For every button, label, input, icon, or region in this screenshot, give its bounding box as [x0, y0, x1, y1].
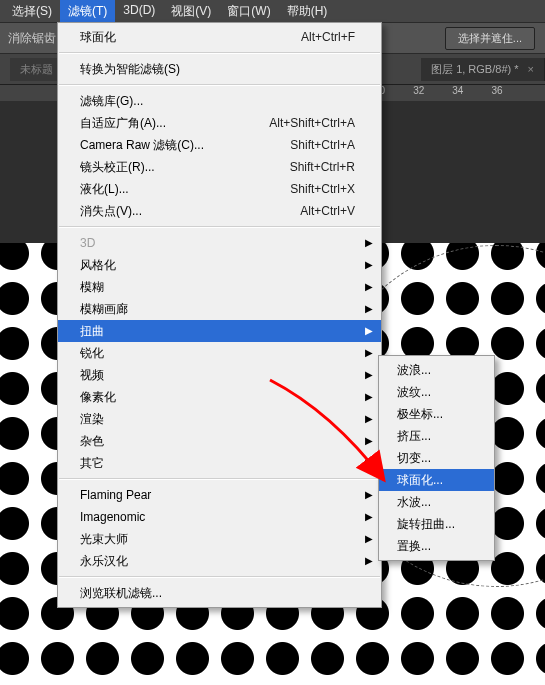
menu-item-filter-gallery[interactable]: 滤镜库(G)... [58, 90, 381, 112]
submenu-item-ripple[interactable]: 波纹... [379, 381, 494, 403]
menu-select[interactable]: 选择(S) [4, 0, 60, 22]
filter-menu: 球面化 Alt+Ctrl+F 转换为智能滤镜(S) 滤镜库(G)... 自适应广… [57, 22, 382, 608]
menu-item-stylize[interactable]: 风格化 [58, 254, 381, 276]
menu-view[interactable]: 视图(V) [163, 0, 219, 22]
menu-item-label: 消失点(V)... [80, 200, 142, 222]
menu-item-other[interactable]: 其它 [58, 452, 381, 474]
menu-item-label: 其它 [80, 452, 104, 474]
menu-help[interactable]: 帮助(H) [279, 0, 336, 22]
tab-doc-left[interactable]: 未标题 [10, 58, 64, 81]
menu-item-vanishing-point[interactable]: 消失点(V)...Alt+Ctrl+V [58, 200, 381, 222]
menu-item-render[interactable]: 渲染 [58, 408, 381, 430]
menu-item-liquify[interactable]: 液化(L)...Shift+Ctrl+X [58, 178, 381, 200]
menu-item-shortcut: Alt+Shift+Ctrl+A [269, 112, 355, 134]
tab-title-fragment: 图层 1, RGB/8#) * [431, 63, 518, 75]
submenu-item-displace[interactable]: 置换... [379, 535, 494, 557]
menu-item-flaming-pear[interactable]: Flaming Pear [58, 484, 381, 506]
submenu-item-spherize[interactable]: 球面化... [379, 469, 494, 491]
menu-item-label: 球面化 [80, 26, 116, 48]
menu-item-label: 光束大师 [80, 528, 128, 550]
menu-item-label: 像素化 [80, 386, 116, 408]
menu-item-shortcut: Alt+Ctrl+V [300, 200, 355, 222]
submenu-item-shear[interactable]: 切变... [379, 447, 494, 469]
menu-item-distort[interactable]: 扭曲 [58, 320, 381, 342]
submenu-item-wave[interactable]: 波浪... [379, 359, 494, 381]
menu-item-label: 杂色 [80, 430, 104, 452]
menu-item-3d: 3D [58, 232, 381, 254]
submenu-item-twirl[interactable]: 旋转扭曲... [379, 513, 494, 535]
menu-item-yongle[interactable]: 永乐汉化 [58, 550, 381, 572]
menu-item-label: Imagenomic [80, 506, 145, 528]
menu-item-pixelate[interactable]: 像素化 [58, 386, 381, 408]
menu-item-sharpen[interactable]: 锐化 [58, 342, 381, 364]
menu-filter[interactable]: 滤镜(T) [60, 0, 115, 22]
menu-item-label: 模糊 [80, 276, 104, 298]
menu-item-label: 永乐汉化 [80, 550, 128, 572]
menu-item-knoll[interactable]: 光束大师 [58, 528, 381, 550]
menu-item-camera-raw[interactable]: Camera Raw 滤镜(C)...Shift+Ctrl+A [58, 134, 381, 156]
menu-item-label: 锐化 [80, 342, 104, 364]
distort-submenu: 波浪... 波纹... 极坐标... 挤压... 切变... 球面化... 水波… [378, 355, 495, 561]
separator [59, 478, 380, 480]
select-and-mask-button[interactable]: 选择并遮住... [445, 27, 535, 50]
menu-item-label: 视频 [80, 364, 104, 386]
menu-item-label: 模糊画廊 [80, 298, 128, 320]
menu-item-label: 渲染 [80, 408, 104, 430]
menu-item-label: Camera Raw 滤镜(C)... [80, 134, 204, 156]
menu-item-blur[interactable]: 模糊 [58, 276, 381, 298]
menu-item-label: 浏览联机滤镜... [80, 582, 162, 604]
menu-item-label: 液化(L)... [80, 178, 129, 200]
submenu-item-zigzag[interactable]: 水波... [379, 491, 494, 513]
menu-item-shortcut: Shift+Ctrl+R [290, 156, 355, 178]
menu-item-convert-smart[interactable]: 转换为智能滤镜(S) [58, 58, 381, 80]
menu-item-label: 自适应广角(A)... [80, 112, 166, 134]
close-icon[interactable]: × [528, 63, 534, 75]
menu-item-noise[interactable]: 杂色 [58, 430, 381, 452]
menu-item-label: Flaming Pear [80, 484, 151, 506]
separator [59, 576, 380, 578]
menu-window[interactable]: 窗口(W) [219, 0, 278, 22]
separator [59, 84, 380, 86]
menu-item-label: 转换为智能滤镜(S) [80, 58, 180, 80]
menubar: 选择(S) 滤镜(T) 3D(D) 视图(V) 窗口(W) 帮助(H) [0, 0, 545, 23]
menu-item-label: 风格化 [80, 254, 116, 276]
menu-item-label: 3D [80, 232, 95, 254]
menu-item-shortcut: Alt+Ctrl+F [301, 26, 355, 48]
menu-item-label: 滤镜库(G)... [80, 90, 143, 112]
menu-item-label: 镜头校正(R)... [80, 156, 155, 178]
menu-item-adaptive-wide[interactable]: 自适应广角(A)...Alt+Shift+Ctrl+A [58, 112, 381, 134]
separator [59, 52, 380, 54]
submenu-item-pinch[interactable]: 挤压... [379, 425, 494, 447]
menu-item-video[interactable]: 视频 [58, 364, 381, 386]
options-fragment: 消除锯齿 [8, 30, 56, 47]
submenu-item-polar[interactable]: 极坐标... [379, 403, 494, 425]
menu-item-last-filter[interactable]: 球面化 Alt+Ctrl+F [58, 26, 381, 48]
menu-3d[interactable]: 3D(D) [115, 0, 163, 22]
menu-item-blur-gallery[interactable]: 模糊画廊 [58, 298, 381, 320]
menu-item-imagenomic[interactable]: Imagenomic [58, 506, 381, 528]
menu-item-shortcut: Shift+Ctrl+X [290, 178, 355, 200]
menu-item-label: 扭曲 [80, 320, 104, 342]
menu-item-lens-correction[interactable]: 镜头校正(R)...Shift+Ctrl+R [58, 156, 381, 178]
tab-doc-right[interactable]: 图层 1, RGB/8#) * × [421, 58, 545, 81]
menu-item-shortcut: Shift+Ctrl+A [290, 134, 355, 156]
separator [59, 226, 380, 228]
menu-item-browse-online[interactable]: 浏览联机滤镜... [58, 582, 381, 604]
